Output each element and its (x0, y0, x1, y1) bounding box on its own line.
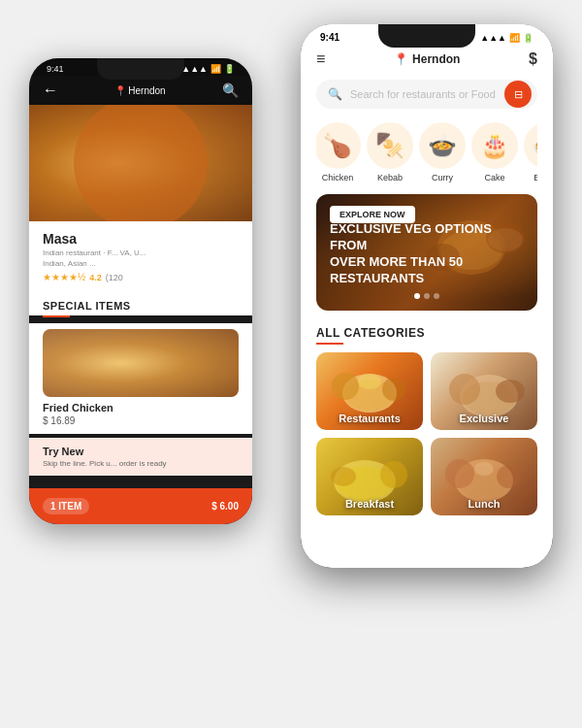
category-card-restaurants[interactable]: Restaurants (316, 352, 423, 430)
dot-2 (424, 293, 430, 299)
dot-3 (434, 293, 439, 299)
back-rating: ★★★★½ 4.2 (120 (43, 272, 239, 282)
cake-icon-wrap: 🎂 (471, 122, 518, 169)
svg-point-9 (358, 374, 381, 389)
back-battery: 🔋 (224, 64, 235, 74)
back-food-image (43, 329, 239, 397)
front-screen[interactable]: 9:41 ▲▲▲ 📶 🔋 ≡ 📍 Herndon $ 🔍 Search for … (301, 24, 553, 568)
back-cart-price: $ 6.00 (211, 501, 239, 512)
back-restaurant-info: Masa Indian restaurant · F... VA, U... I… (29, 221, 252, 292)
exclusive-label: Exclusive (460, 413, 509, 424)
search-container: 🔍 Search for restaurants or Food ⊟ (301, 76, 553, 116)
category-curry[interactable]: 🍲 Curry (421, 122, 464, 182)
categories-row: 🍗 Chicken 🍢 Kebab 🍲 Curry 🎂 Cake 🍛 (316, 122, 537, 182)
cake-emoji: 🎂 (480, 132, 509, 159)
back-arrow-icon[interactable]: ← (43, 82, 58, 99)
back-location: 📍 Herndon (114, 85, 165, 96)
search-icon: 🔍 (328, 87, 342, 101)
back-header: ← 📍 Herndon 🔍 (29, 76, 252, 105)
front-wifi-icon: 📶 (509, 33, 520, 43)
restaurants-label: Restaurants (339, 413, 401, 424)
back-search-icon[interactable]: 🔍 (222, 83, 239, 98)
category-chicken[interactable]: 🍗 Chicken (316, 122, 359, 182)
front-status-icons: ▲▲▲ 📶 🔋 (480, 33, 534, 43)
svg-point-20 (445, 459, 474, 488)
back-restaurant-cats: Indian, Asian ... (43, 259, 239, 268)
lunch-label: Lunch (469, 498, 501, 510)
category-cake[interactable]: 🎂 Cake (473, 122, 516, 182)
location-pin-icon: 📍 (394, 52, 408, 66)
kebab-label: Kebab (377, 173, 403, 182)
hamburger-menu-icon[interactable]: ≡ (316, 50, 325, 68)
breakfast-label: Breakfast (345, 498, 394, 510)
app-header: ≡ 📍 Herndon $ (301, 47, 553, 76)
svg-point-22 (474, 462, 494, 476)
category-card-exclusive[interactable]: Exclusive (431, 352, 537, 430)
biryani-emoji: 🍛 (533, 132, 537, 159)
back-hero-image (29, 105, 252, 221)
biryani-icon-wrap: 🍛 (524, 122, 537, 169)
search-bar[interactable]: 🔍 Search for restaurants or Food ⊟ (316, 80, 537, 109)
back-restaurant-name: Masa (43, 231, 239, 247)
cake-label: Cake (484, 173, 504, 182)
back-try-new-title: Try New (43, 446, 239, 457)
phone-front: 9:41 ▲▲▲ 📶 🔋 ≡ 📍 Herndon $ 🔍 Search for … (301, 24, 553, 568)
banner-title-line2: OVER MORE THAN 50 RESTAURANTS (330, 254, 524, 287)
header-location-text: Herndon (412, 52, 460, 66)
back-signal: ▲▲▲ (181, 64, 208, 74)
back-stars: ★★★★½ (43, 272, 85, 282)
back-restaurant-desc: Indian restaurant · F... VA, U... (43, 248, 239, 257)
back-wifi: 📶 (210, 64, 221, 74)
all-categories-section: ALL CATEGORIES Restaurants (301, 318, 553, 521)
filter-button[interactable]: ⊟ (504, 81, 532, 108)
back-food-name: Fried Chicken (43, 402, 239, 414)
back-notch (97, 58, 184, 80)
category-kebab[interactable]: 🍢 Kebab (369, 122, 411, 182)
back-try-new: Try New Skip the line. Pick u... order i… (29, 438, 252, 476)
curry-label: Curry (432, 173, 453, 182)
kebab-icon-wrap: 🍢 (367, 122, 413, 169)
front-signal-icon: ▲▲▲ (480, 33, 506, 43)
chicken-label: Chicken (322, 173, 354, 182)
chicken-emoji: 🍗 (323, 132, 352, 159)
search-input[interactable]: Search for restaurants or Food (350, 88, 526, 100)
svg-point-17 (331, 467, 356, 486)
back-pin-icon: 📍 (114, 85, 126, 96)
svg-point-8 (382, 378, 405, 401)
categories-grid: Restaurants Exclusive (316, 352, 537, 515)
svg-point-13 (496, 380, 525, 403)
header-location: 📍 Herndon (394, 52, 460, 66)
back-rating-count: (120 (106, 273, 123, 282)
back-cart-items: 1 ITEM (43, 498, 89, 514)
back-special-underline (43, 315, 70, 317)
front-battery-icon: 🔋 (523, 33, 534, 43)
back-food-price: $ 16.89 (43, 415, 239, 426)
back-food-item: Fried Chicken $ 16.89 (29, 323, 252, 434)
back-special-title: SPECIAL ITEMS (29, 292, 252, 315)
svg-point-12 (449, 374, 480, 405)
back-cart-bar[interactable]: 1 ITEM $ 6.00 (29, 488, 252, 524)
biryani-label: Biryani (534, 173, 537, 182)
all-categories-title: ALL CATEGORIES (316, 326, 537, 340)
back-status-icons: ▲▲▲ 📶 🔋 (181, 64, 235, 74)
categories-section: 🍗 Chicken 🍢 Kebab 🍲 Curry 🎂 Cake 🍛 (301, 116, 553, 190)
chicken-icon-wrap: 🍗 (316, 122, 361, 169)
banner-dots (330, 293, 524, 299)
explore-now-button[interactable]: EXPLORE NOW (330, 206, 415, 223)
svg-point-7 (332, 373, 359, 400)
banner-text-block: EXCLUSIVE VEG OPTIONS FROM OVER MORE THA… (330, 221, 524, 299)
front-time: 9:41 (320, 32, 340, 43)
dot-1 (414, 293, 420, 299)
category-biryani[interactable]: 🍛 Biryani (526, 122, 537, 182)
wallet-icon[interactable]: $ (529, 50, 537, 68)
front-notch (378, 24, 475, 48)
filter-icon: ⊟ (514, 88, 523, 101)
back-time: 9:41 (47, 64, 64, 74)
curry-icon-wrap: 🍲 (419, 122, 466, 169)
banner-title-line1: EXCLUSIVE VEG OPTIONS FROM (330, 221, 524, 254)
back-rating-num: 4.2 (89, 273, 102, 282)
category-card-lunch[interactable]: Lunch (431, 438, 537, 515)
category-card-breakfast[interactable]: Breakfast (316, 438, 423, 515)
curry-emoji: 🍲 (428, 132, 457, 159)
promo-banner[interactable]: EXPLORE NOW EXCLUSIVE VEG OPTIONS FROM O… (316, 194, 537, 311)
